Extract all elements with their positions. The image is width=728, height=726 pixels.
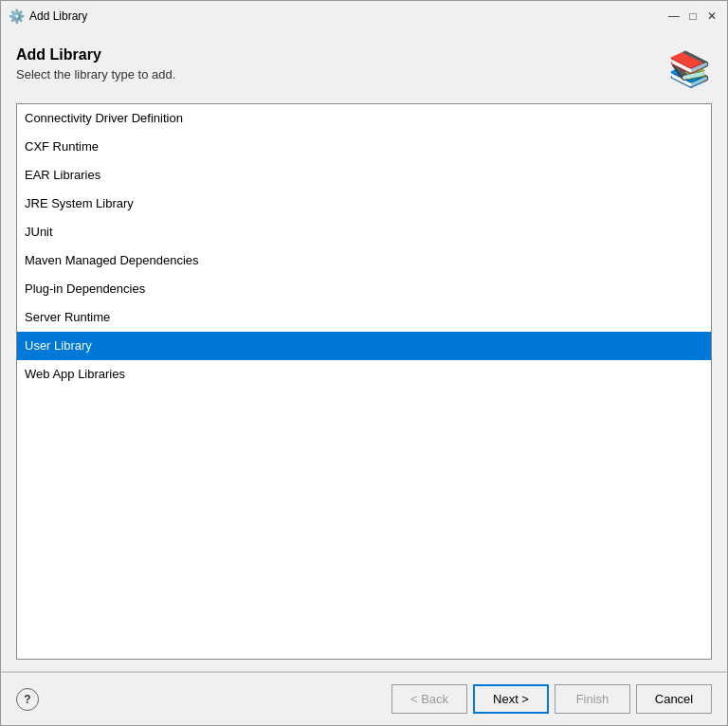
page-subtitle: Select the library type to add. (16, 67, 175, 82)
list-item[interactable]: Plug-in Dependencies (17, 275, 711, 303)
window-icon: ⚙️ (9, 9, 24, 24)
main-window: ⚙️ Add Library — □ ✕ Add Library Select … (0, 0, 728, 726)
page-title: Add Library (16, 46, 175, 64)
window-title: Add Library (29, 9, 87, 23)
back-button[interactable]: < Back (391, 684, 467, 714)
finish-button[interactable]: Finish (555, 684, 630, 714)
list-item[interactable]: Web App Libraries (17, 360, 711, 389)
header-icon: 📚 (666, 46, 712, 92)
list-item[interactable]: JRE System Library (17, 190, 711, 218)
title-bar-controls: — □ ✕ (666, 9, 719, 24)
header-section: Add Library Select the library type to a… (16, 46, 712, 92)
next-button[interactable]: Next > (473, 684, 549, 714)
header-text: Add Library Select the library type to a… (16, 46, 175, 82)
list-item[interactable]: CXF Runtime (17, 133, 711, 161)
library-list[interactable]: Connectivity Driver DefinitionCXF Runtim… (16, 103, 712, 660)
maximize-button[interactable]: □ (685, 9, 701, 24)
cancel-button[interactable]: Cancel (636, 684, 712, 714)
title-bar-left: ⚙️ Add Library (9, 9, 87, 24)
list-item[interactable]: User Library (17, 332, 711, 360)
list-item[interactable]: Server Runtime (17, 303, 711, 332)
title-bar: ⚙️ Add Library — □ ✕ (1, 1, 727, 31)
minimize-button[interactable]: — (666, 9, 682, 24)
bottom-left: ? (16, 688, 39, 711)
list-item[interactable]: EAR Libraries (17, 161, 711, 190)
bottom-buttons: < Back Next > Finish Cancel (391, 684, 712, 714)
content-area: Add Library Select the library type to a… (1, 31, 727, 671)
list-item[interactable]: Connectivity Driver Definition (17, 104, 711, 133)
list-item[interactable]: Maven Managed Dependencies (17, 246, 711, 275)
bottom-bar: ? < Back Next > Finish Cancel (1, 672, 727, 725)
help-button[interactable]: ? (16, 688, 39, 711)
list-item[interactable]: JUnit (17, 218, 711, 246)
close-button[interactable]: ✕ (704, 9, 719, 24)
